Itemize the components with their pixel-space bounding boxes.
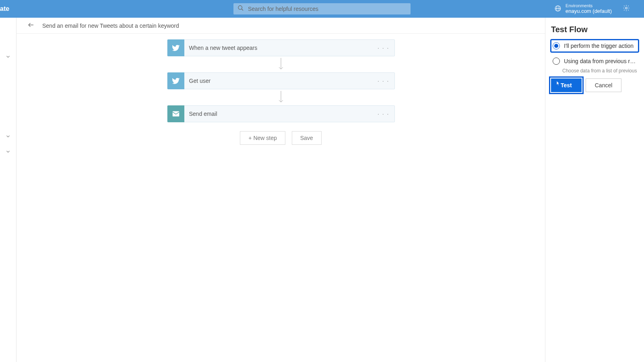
search-input[interactable]	[248, 6, 407, 12]
mail-icon	[167, 105, 184, 122]
cancel-button[interactable]: Cancel	[586, 78, 622, 92]
gear-icon	[623, 4, 630, 13]
top-bar: ate Environments enayu.com (default)	[0, 0, 644, 18]
radio-sublabel: Choose data from a list of previous runs	[562, 68, 638, 74]
chevron-down-icon	[5, 149, 11, 156]
svg-rect-9	[172, 111, 179, 117]
chevron-down-icon	[5, 54, 11, 61]
step-title: Send email	[189, 111, 217, 117]
app-title-fragment: ate	[0, 5, 16, 12]
step-menu-button[interactable]: · · ·	[378, 40, 389, 56]
back-button[interactable]	[26, 21, 36, 31]
step-trigger[interactable]: When a new tweet appears · · ·	[167, 39, 395, 56]
panel-title: Test Flow	[551, 25, 638, 34]
environment-label: Environments	[566, 3, 612, 8]
nav-collapse-1[interactable]	[5, 54, 11, 61]
twitter-icon	[167, 72, 184, 89]
panel-actions: Test Cancel	[551, 78, 638, 92]
svg-line-1	[242, 9, 243, 10]
test-flow-panel: Test Flow I'll perform the trigger actio…	[545, 18, 644, 362]
chevron-down-icon	[5, 134, 11, 140]
environment-picker[interactable]: Environments enayu.com (default)	[554, 3, 612, 14]
step-menu-button[interactable]: · · ·	[378, 106, 389, 122]
step-send-email[interactable]: Send email · · ·	[167, 105, 395, 122]
flow-arrow	[278, 56, 284, 72]
radio-previous-runs[interactable]: Using data from previous runs	[551, 55, 638, 67]
nav-collapse-3[interactable]	[5, 149, 11, 156]
radio-icon	[553, 58, 560, 65]
left-nav-rail	[0, 18, 17, 362]
radio-label: I'll perform the trigger action	[564, 43, 634, 49]
radio-label: Using data from previous runs	[564, 58, 637, 64]
canvas-actions: + New step Save	[240, 131, 321, 145]
step-title: When a new tweet appears	[189, 45, 258, 51]
step-title: Get user	[189, 78, 211, 84]
radio-perform-trigger[interactable]: I'll perform the trigger action	[551, 40, 638, 52]
ellipsis-icon: · · ·	[378, 45, 389, 51]
arrow-left-icon	[27, 21, 35, 30]
ellipsis-icon: · · ·	[378, 111, 389, 117]
test-button[interactable]: Test	[551, 78, 582, 92]
new-step-button[interactable]: + New step	[240, 131, 285, 145]
radio-icon	[553, 42, 560, 49]
step-get-user[interactable]: Get user · · ·	[167, 72, 395, 89]
search-icon	[237, 5, 244, 13]
settings-button[interactable]	[621, 3, 632, 14]
globe-icon	[554, 5, 561, 13]
svg-point-0	[238, 6, 242, 9]
twitter-icon	[167, 39, 184, 56]
ellipsis-icon: · · ·	[378, 78, 389, 84]
nav-collapse-2[interactable]	[5, 134, 11, 141]
step-menu-button[interactable]: · · ·	[378, 73, 389, 89]
environment-name: enayu.com (default)	[566, 8, 612, 14]
test-button-label: Test	[561, 82, 572, 88]
search-box[interactable]	[233, 3, 411, 14]
save-button[interactable]: Save	[292, 131, 322, 145]
flow-title: Send an email for new Tweets about a cer…	[42, 23, 179, 29]
flow-canvas: When a new tweet appears · · · Get user …	[17, 34, 545, 362]
svg-point-5	[625, 7, 627, 9]
flow-arrow	[278, 89, 284, 105]
